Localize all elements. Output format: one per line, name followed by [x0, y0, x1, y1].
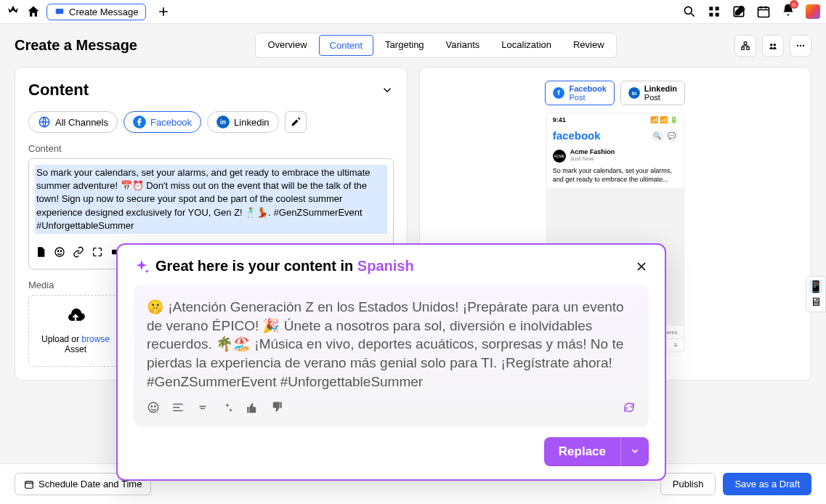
phone-post-text: So mark your calendars, set your alarms,… [547, 167, 684, 188]
apps-icon[interactable] [707, 4, 721, 19]
svg-rect-0 [56, 9, 64, 14]
replace-dropdown-button[interactable] [620, 437, 649, 466]
structure-icon[interactable] [734, 35, 756, 57]
svg-point-29 [148, 402, 158, 412]
mobile-device-icon[interactable]: 📱 [809, 280, 822, 293]
svg-point-20 [55, 248, 64, 256]
app-logo-icon [6, 4, 20, 19]
phone-fb-header: facebook 🔍 💬 [547, 126, 684, 145]
svg-point-1 [684, 7, 692, 14]
media-dropzone[interactable]: Upload or browse Asset [28, 295, 123, 367]
calendar-icon[interactable] [756, 4, 771, 19]
asset-text: Asset [41, 344, 110, 354]
preview-tab-li-name: Linkedin [644, 84, 677, 93]
svg-point-12 [774, 44, 777, 46]
topbar-right: 0 [682, 3, 820, 20]
svg-text:in: in [632, 90, 637, 97]
tab-overview[interactable]: Overview [257, 35, 317, 56]
svg-point-31 [155, 406, 156, 407]
page-title: Create a Message [15, 37, 137, 54]
preview-tab-facebook[interactable]: f Facebook Post [545, 81, 614, 105]
chevron-down-icon [630, 446, 640, 456]
channel-all[interactable]: All Channels [28, 111, 118, 133]
align-left-icon[interactable] [171, 401, 185, 414]
preview-tab-li-type: Post [644, 93, 677, 102]
phone-signal-icons: 📶 📶 🔋 [650, 116, 678, 123]
phone-post-avatar: ACME [553, 150, 566, 163]
svg-rect-4 [709, 13, 713, 17]
publish-button[interactable]: Publish [660, 473, 716, 495]
topbar-left: Create Message [6, 4, 171, 20]
emoji-icon[interactable] [54, 246, 65, 258]
sparkle-icon [134, 259, 150, 275]
channel-linkedin[interactable]: in Linkedin [207, 111, 278, 133]
phone-post-header: ACME Acme Fashion Just Now [547, 145, 684, 167]
svg-point-15 [803, 44, 804, 46]
regenerate-icon[interactable] [623, 401, 636, 414]
panel-title: Content [28, 81, 89, 99]
svg-rect-8 [744, 41, 747, 44]
tab-variants[interactable]: Variants [436, 35, 490, 56]
search-icon[interactable] [682, 4, 697, 19]
expand-icon[interactable] [92, 246, 103, 258]
subheader: Create a Message Overview Content Target… [0, 24, 826, 67]
more-icon[interactable] [790, 35, 811, 57]
globe-icon [38, 115, 51, 129]
ai-modal-title: Great here is your content in Spanish [155, 258, 414, 275]
collaborate-icon[interactable] [762, 35, 784, 57]
user-avatar[interactable] [806, 4, 820, 19]
thumbs-up-icon[interactable] [246, 401, 259, 414]
enhance-icon[interactable] [221, 401, 234, 414]
linkedin-icon: in [628, 87, 640, 99]
close-icon[interactable] [634, 259, 649, 274]
svg-point-22 [60, 251, 61, 251]
save-draft-button[interactable]: Save as a Draft [723, 473, 811, 495]
linkedin-icon: in [216, 115, 230, 129]
svg-rect-2 [709, 7, 713, 10]
add-tab-icon[interactable] [156, 4, 171, 19]
topbar: Create Message 0 [0, 0, 826, 24]
shorten-icon[interactable] [196, 401, 209, 414]
file-icon[interactable] [35, 246, 46, 258]
chevron-down-icon[interactable] [381, 84, 394, 97]
ai-replace-row: Replace [134, 437, 649, 466]
tab-localization[interactable]: Localization [491, 35, 562, 56]
link-icon[interactable] [73, 246, 84, 258]
svg-rect-3 [716, 7, 719, 10]
active-tab-chip[interactable]: Create Message [46, 4, 146, 20]
tab-content[interactable]: Content [319, 35, 374, 56]
svg-point-30 [151, 406, 153, 407]
svg-point-13 [797, 44, 798, 46]
ai-translated-text: 🤫 ¡Atención Generación Z en los Estados … [147, 298, 636, 391]
subheader-actions [734, 35, 811, 57]
browse-link[interactable]: browse [81, 334, 110, 344]
phone-search-icon: 🔍 [652, 130, 663, 142]
phone-time: 9:41 [553, 116, 566, 123]
channel-linkedin-label: Linkedin [234, 117, 269, 128]
phone-status-bar: 9:41 📶 📶 🔋 [547, 113, 684, 126]
content-text[interactable]: So mark your calendars, set your alarms,… [35, 165, 387, 234]
content-label: Content [28, 143, 394, 154]
tab-targeting[interactable]: Targeting [375, 35, 434, 56]
compose-icon[interactable] [732, 4, 746, 19]
ai-language: Spanish [357, 258, 414, 274]
phone-fb-logo: facebook [553, 129, 601, 142]
thumbs-down-icon[interactable] [270, 401, 283, 414]
channel-facebook[interactable]: Facebook [124, 111, 201, 133]
phone-menu-icon: ≡ [674, 342, 678, 349]
device-toggle: 📱 🖥 [806, 276, 826, 312]
phone-post-time: Just Now [570, 156, 615, 163]
cloud-upload-icon [65, 307, 86, 328]
notifications[interactable]: 0 [781, 3, 795, 20]
svg-text:in: in [220, 118, 226, 126]
edit-channel-button[interactable] [285, 111, 307, 133]
svg-rect-28 [25, 481, 33, 487]
message-icon [54, 7, 65, 17]
replace-button[interactable]: Replace [544, 437, 620, 466]
home-icon[interactable] [26, 4, 41, 19]
desktop-device-icon[interactable]: 🖥 [809, 296, 822, 309]
tab-review[interactable]: Review [563, 35, 615, 56]
preview-tab-linkedin[interactable]: in Linkedin Post [620, 81, 685, 105]
channel-facebook-label: Facebook [150, 117, 192, 128]
emoji-picker-icon[interactable] [147, 401, 160, 414]
